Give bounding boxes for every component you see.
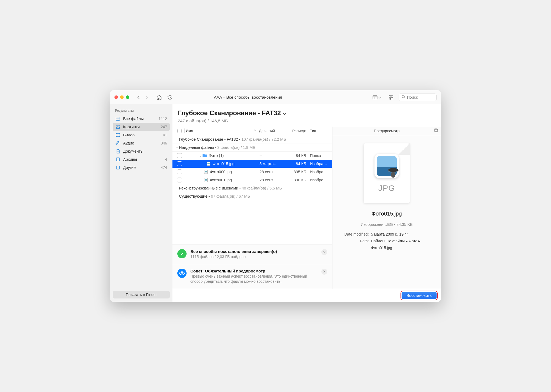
image-file-icon [206, 161, 211, 166]
file-type: Папка [308, 153, 330, 158]
file-size: 890 КБ [287, 178, 308, 182]
sidebar-item-pictures[interactable]: Картинки 247 [113, 123, 170, 131]
disclosure-icon: › [175, 138, 179, 141]
status-tip-card: Совет: Обязательный предпросмотр Превью … [172, 264, 332, 289]
disclosure-icon: › [175, 195, 179, 198]
eye-icon [177, 269, 187, 278]
file-row[interactable]: Фото015.jpg5 марта…84 КБИзобра… [172, 160, 332, 168]
group-name: Найденные файлы - [179, 145, 216, 150]
disclosure-icon: ⌄ [175, 146, 179, 149]
app-window: AAA – Все способы восстановления Результ… [110, 90, 441, 302]
sidebar-item-count: 41 [163, 133, 167, 137]
svg-rect-23 [116, 166, 120, 169]
other-icon [116, 165, 120, 170]
row-checkbox[interactable] [177, 169, 182, 174]
minimize-window-button[interactable] [120, 95, 124, 99]
preview-header-label: Предпросмотр [374, 129, 400, 133]
sidebar-footer: Показать в Finder [113, 291, 170, 298]
column-checkbox[interactable] [175, 129, 184, 133]
svg-point-30 [181, 272, 183, 274]
view-mode-button[interactable] [370, 94, 383, 101]
sidebar-item-archives[interactable]: Архивы 4 [113, 155, 170, 163]
show-in-finder-button[interactable]: Показать в Finder [113, 291, 170, 298]
svg-point-7 [391, 97, 392, 98]
column-date[interactable]: Дат…ний [259, 129, 286, 133]
sidebar-item-count: 247 [161, 125, 167, 129]
column-header: Имя ⌃ Дат…ний Размер: Тип [172, 127, 332, 135]
file-size: 84 КБ [287, 153, 308, 158]
scan-title-text: Глубокое Сканирование - FAT32 [178, 109, 281, 117]
group-name: Существующие - [179, 194, 210, 198]
svg-rect-27 [205, 171, 207, 172]
chevron-down-icon [379, 95, 381, 100]
close-icon[interactable]: ✕ [321, 269, 327, 275]
svg-point-34 [388, 168, 398, 172]
preview-app-icon [374, 154, 399, 178]
group-row[interactable]: › Реконструированные с именами - 40 файл… [172, 184, 332, 192]
close-window-button[interactable] [114, 95, 118, 99]
chevron-down-icon [283, 109, 286, 117]
svg-point-10 [402, 95, 405, 98]
group-name: Глубокое Сканирование - FAT32 - [179, 137, 241, 142]
group-meta: 40 файла(ов) / 5,5 МБ [242, 186, 282, 190]
svg-rect-25 [207, 163, 210, 164]
group-row[interactable]: ⌄ Найденные файлы - 3 файла(ов) / 1,9 МБ [172, 143, 332, 152]
preview-details: Date modified: 5 марта 2009 г., 19:44 Pa… [339, 231, 434, 252]
titlebar: AAA – Все способы восстановления [110, 90, 441, 104]
copy-icon[interactable] [434, 128, 438, 133]
scan-title[interactable]: Глубокое Сканирование - FAT32 [178, 109, 435, 117]
file-name: Фото015.jpg [213, 162, 235, 166]
column-type[interactable]: Тип [308, 129, 330, 133]
row-checkbox[interactable] [177, 161, 182, 166]
sidebar-item-label: Аудио [123, 141, 134, 145]
column-size[interactable]: Размер: [286, 129, 308, 133]
group-row[interactable]: › Существующие - 97 файла(ов) / 67 МБ [172, 192, 332, 200]
date-modified-label: Date modified: [339, 231, 369, 238]
group-meta: 107 файла(ов) / 72,2 МБ [242, 137, 286, 142]
sidebar-item-label: Другие [123, 165, 136, 170]
sidebar-item-documents[interactable]: Документы [113, 147, 170, 155]
content-header: Глубокое Сканирование - FAT32 247 файла(… [172, 104, 441, 127]
traffic-lights [114, 95, 129, 99]
svg-point-5 [390, 95, 391, 96]
disclosure-icon: › [175, 187, 179, 190]
search-input[interactable] [407, 95, 434, 99]
path-label: Path: [339, 238, 369, 251]
sidebar-item-all-files[interactable]: Все файлы 1112 [113, 115, 170, 123]
sidebar-item-label: Видео [123, 133, 134, 137]
split: Имя ⌃ Дат…ний Размер: Тип › Глубок [172, 127, 441, 289]
sidebar-item-video[interactable]: Видео 41 [113, 131, 170, 139]
column-name[interactable]: Имя ⌃ [185, 129, 259, 133]
sidebar-item-audio[interactable]: Аудио 346 [113, 139, 170, 147]
file-date: -- [260, 153, 287, 158]
file-row[interactable]: ⌄Фото (1)--84 КБПапка [172, 152, 332, 160]
svg-rect-29 [205, 179, 207, 181]
sidebar-item-other[interactable]: Другие 474 [113, 163, 170, 172]
group-row[interactable]: › Глубокое Сканирование - FAT32 - 107 фа… [172, 135, 332, 143]
search-field[interactable] [399, 94, 437, 101]
row-checkbox[interactable] [177, 178, 182, 182]
close-icon[interactable]: ✕ [321, 249, 327, 255]
preview-filename: Фото015.jpg [371, 211, 402, 217]
folder-icon [202, 153, 207, 158]
row-checkbox[interactable] [177, 153, 182, 158]
archives-icon [116, 157, 120, 162]
audio-icon [116, 141, 120, 146]
svg-line-11 [404, 97, 405, 98]
file-extension-label: JPG [378, 184, 395, 193]
svg-rect-1 [373, 96, 377, 99]
file-list[interactable]: › Глубокое Сканирование - FAT32 - 107 фа… [172, 135, 332, 245]
svg-point-9 [390, 98, 391, 99]
sidebar: Результаты Все файлы 1112 Картинки 247 В… [110, 104, 172, 302]
settings-button[interactable] [387, 94, 395, 101]
file-row[interactable]: Фото001.jpg28 сент…890 КБИзобра… [172, 176, 332, 184]
file-name: Фото001.jpg [210, 178, 232, 182]
pictures-icon [116, 124, 120, 129]
search-icon [402, 95, 405, 100]
sidebar-item-count: 474 [161, 165, 167, 170]
recover-button[interactable]: Восстановить [402, 292, 437, 299]
group-meta: 3 файла(ов) / 1,9 МБ [217, 145, 255, 150]
main: Результаты Все файлы 1112 Картинки 247 В… [110, 104, 441, 302]
file-date: 5 марта… [260, 162, 287, 166]
file-row[interactable]: Фото000.jpg28 сент…895 КБИзобра… [172, 168, 332, 176]
